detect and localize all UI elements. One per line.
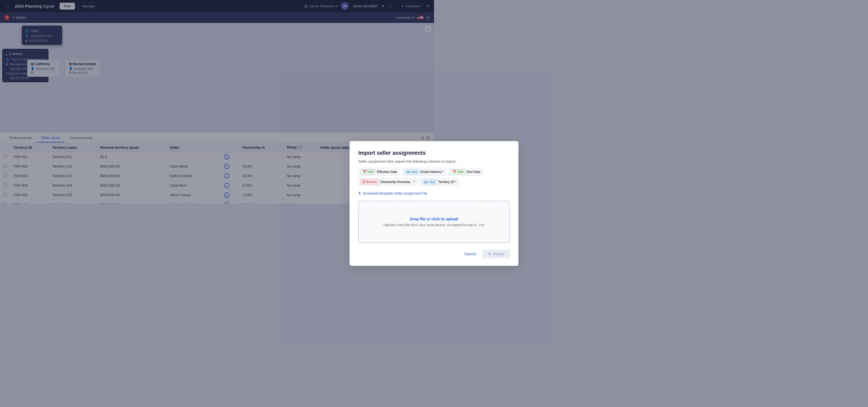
modal-overlay[interactable]: Import seller assignments Seller assignm… xyxy=(0,0,434,204)
tag-type-text-2: abc Text xyxy=(422,180,434,184)
download-icon: ⬇ xyxy=(358,191,361,195)
tag-label-effective-date: Effective Date xyxy=(377,170,397,174)
modal-subtitle: Seller assignment files require the foll… xyxy=(358,159,434,163)
drop-zone[interactable]: Drop file or click to upload Upload a te… xyxy=(358,201,434,204)
column-tags: 📅 Date Effective Date abc Text Email Add… xyxy=(358,168,434,186)
tag-label-email: Email Address * xyxy=(421,170,434,174)
download-template-link[interactable]: ⬇ Download template seller assignment fi… xyxy=(358,191,434,195)
tag-label-ownership: Ownership Percenta... * xyxy=(380,180,415,184)
tag-type-date-1: 📅 Date xyxy=(361,169,375,174)
tag-type-numeric: ⊞ Numeric xyxy=(361,179,379,184)
tag-email-address: abc Text Email Address * xyxy=(402,168,434,176)
tag-type-text-1: abc Text xyxy=(404,169,419,174)
download-label: Download template seller assignment file xyxy=(363,191,427,195)
tag-effective-date: 📅 Date Effective Date xyxy=(358,168,400,176)
tag-ownership: ⊞ Numeric Ownership Percenta... * xyxy=(358,178,417,186)
modal-title: Import seller assignments xyxy=(358,150,434,156)
tag-territory-id: abc Text Territory ID * xyxy=(420,178,434,186)
import-modal: Import seller assignments Seller assignm… xyxy=(349,141,434,204)
